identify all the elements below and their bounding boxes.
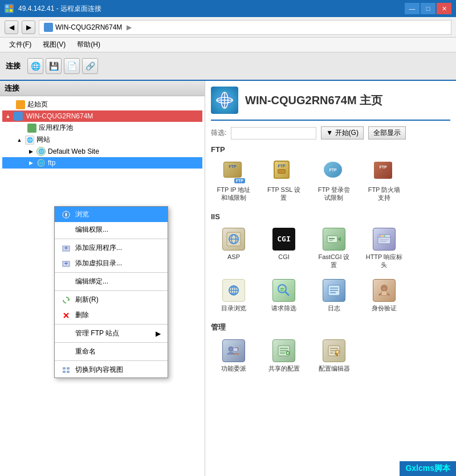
log-label: 日志 [328,304,340,312]
close-button[interactable]: ✕ [437,3,451,14]
svg-rect-33 [379,235,381,236]
default-site-icon: 🌐 [36,147,46,156]
ctx-add-vdir[interactable]: 添加虚拟目录... [55,256,168,271]
tree-item-home[interactable]: 起始页 [2,99,202,110]
left-panel: 连接 起始页 ▲ WIN-CQUG2RN674M 应用程序池 [0,81,205,476]
iis-icon-grid-2: 目录浏览 请求筛选 [211,277,450,314]
toolbar-btn-2[interactable]: 💾 [46,58,62,74]
svg-rect-0 [6,5,9,8]
mgmt2-item[interactable]: 共享的配置 [261,337,307,375]
title-bar: 49.4.142.41 - 远程桌面连接 — □ ✕ [0,0,456,17]
fastcgi-iconbox [323,228,345,251]
mgmt2-iconbox [272,339,295,362]
tree-item-server[interactable]: ▲ WIN-CQUG2RN674M [2,110,202,122]
filter-showall-btn[interactable]: 全部显示 [368,126,406,139]
ftp-icon-grid: FTP FTP FTP IP 地址和域限制 FTP [211,158,450,204]
dir-label: 目录浏览 [221,304,246,312]
asp-iconbox [222,228,245,251]
ctx-edit-bind-label: 编辑绑定... [75,277,108,286]
home-icon [16,100,25,109]
tree-item-ftp[interactable]: ▶ 🌐 ftp [2,157,202,169]
ftp-login-label: FTP 登录尝试限制 [318,186,351,202]
mgmt1-item[interactable]: 功能委派 [211,337,256,375]
filter-label-icon: 请求筛选 [271,304,296,312]
connections-header: 连接 [0,81,205,96]
tree-item-default-site[interactable]: ▶ 🌐 Default Web Site [2,146,202,157]
ctx-manage-ftp[interactable]: 管理 FTP 站点 ▶ [55,326,168,341]
dir-item[interactable]: 目录浏览 [211,277,256,314]
svg-rect-16 [63,371,66,373]
svg-rect-53 [381,291,387,296]
apppool-icon [27,124,36,133]
mgmt1-label: 功能委派 [221,364,246,372]
watermark: Gxlcms脚本 [400,461,456,476]
svg-rect-17 [67,371,70,373]
server-icon [14,112,23,121]
ctx-switch-view[interactable]: 切换到内容视图 [55,362,168,377]
ctx-manage-arrow: ▶ [156,330,161,338]
ftp-ssl-item[interactable]: FTP FTP SSL 设置 [261,158,307,204]
ctx-sep-1 [55,239,168,239]
ctx-edit-bind[interactable]: 编辑绑定... [55,274,168,289]
tree-item-apppool[interactable]: 应用程序池 [2,122,202,134]
ftp-firewall-label: FTP 防火墙支持 [368,186,401,202]
add-app-icon [62,244,71,253]
auth-item[interactable]: 身份验证 [361,277,407,314]
filter-label: 筛选: [211,128,226,138]
log-item[interactable]: 日志 [311,277,357,314]
forward-button[interactable]: ▶ [22,20,35,34]
maximize-button[interactable]: □ [421,3,435,14]
mgmt3-item[interactable]: 配置编辑器 [311,337,357,375]
filter-item[interactable]: 请求筛选 [261,277,307,314]
back-button[interactable]: ◀ [5,20,18,34]
tree-label-default-site: Default Web Site [48,147,99,155]
ftp-ip-iconbox: FTP FTP [222,161,245,183]
ftp-firewall-item[interactable]: FTP FTP 防火墙支持 [361,158,407,204]
filter-input[interactable] [231,127,316,139]
toolbar-btn-4[interactable]: 🔗 [82,58,98,74]
tree-item-sites[interactable]: ▲ 🌐 网站 [2,134,202,146]
mgmt-icon-grid: 功能委派 [211,337,450,375]
path-arrow: ▶ [127,23,132,31]
ctx-edit-perms[interactable]: 编辑权限... [55,222,168,237]
mgmt3-label: 配置编辑器 [319,364,350,372]
mgmt3-iconbox [323,339,345,362]
ctx-add-app[interactable]: 添加应用程序... [55,240,168,256]
ctx-delete[interactable]: 删除 [55,307,168,323]
ftp-ip-item[interactable]: FTP FTP FTP IP 地址和域限制 [211,158,256,204]
minimize-button[interactable]: — [405,3,420,14]
svg-rect-10 [66,261,67,265]
fastcgi-item[interactable]: FastCGI 设置 [311,225,357,272]
menu-view[interactable]: 视图(V) [38,39,70,51]
filter-iconbox [272,279,295,302]
toolbar-btn-1[interactable]: 🌐 [27,58,43,74]
ftp-login-item[interactable]: FTP FTP 登录尝试限制 [311,158,357,204]
ctx-rename-label: 重命名 [75,347,96,356]
svg-marker-28 [337,237,341,241]
cgi-item[interactable]: CGI CGI [261,225,307,272]
address-path[interactable]: WIN-CQUG2RN674M ▶ [39,20,451,35]
path-icon [44,23,53,32]
tree-container: 起始页 ▲ WIN-CQUG2RN674M 应用程序池 ▲ 🌐 网站 [0,96,205,171]
toolbar-btn-3[interactable]: 📄 [64,58,80,74]
asp-item[interactable]: ASP [211,225,256,272]
tree-label-server: WIN-CQUG2RN674M [25,112,200,120]
filter-bar: 筛选: ▼ 开始(G) 全部显示 [211,126,450,139]
cgi-iconbox: CGI [272,228,295,251]
svg-rect-56 [233,348,238,351]
ftp-icon: 🌐 [36,158,46,167]
ctx-sep-6 [55,360,168,361]
ctx-rename[interactable]: 重命名 [55,344,168,359]
ctx-refresh[interactable]: 刷新(R) [55,292,168,307]
svg-rect-2 [6,9,9,12]
main-container: 连接 起始页 ▲ WIN-CQUG2RN674M 应用程序池 [0,81,456,476]
filter-start-btn[interactable]: ▼ 开始(G) [321,126,364,139]
svg-rect-14 [63,367,66,370]
ctx-browse[interactable]: 浏览 [55,207,168,222]
menu-help[interactable]: 帮助(H) [72,39,105,51]
http-item[interactable]: HTTP 响应标头 [361,225,407,272]
iis-header: WIN-CQUG2RN674M 主页 [211,87,450,121]
fastcgi-label: FastCGI 设置 [318,253,349,269]
menu-file[interactable]: 文件(F) [5,39,36,51]
ftp-section-title: FTP [211,145,450,154]
